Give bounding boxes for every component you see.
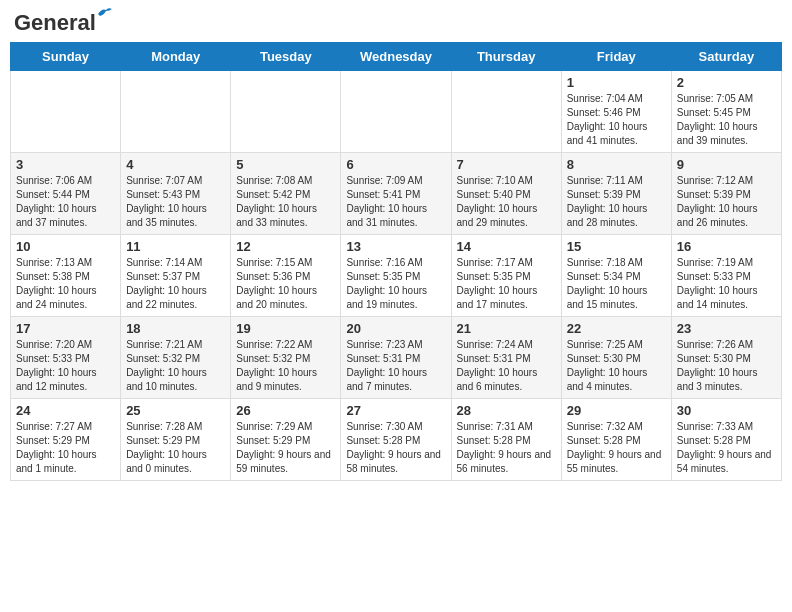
day-info: Sunrise: 7:15 AM Sunset: 5:36 PM Dayligh… <box>236 256 335 312</box>
day-header-wednesday: Wednesday <box>341 43 451 71</box>
day-info: Sunrise: 7:07 AM Sunset: 5:43 PM Dayligh… <box>126 174 225 230</box>
day-header-monday: Monday <box>121 43 231 71</box>
calendar-day-11: 11Sunrise: 7:14 AM Sunset: 5:37 PM Dayli… <box>121 235 231 317</box>
calendar-day-24: 24Sunrise: 7:27 AM Sunset: 5:29 PM Dayli… <box>11 399 121 481</box>
day-number: 13 <box>346 239 445 254</box>
day-number: 28 <box>457 403 556 418</box>
day-number: 6 <box>346 157 445 172</box>
day-info: Sunrise: 7:31 AM Sunset: 5:28 PM Dayligh… <box>457 420 556 476</box>
day-number: 5 <box>236 157 335 172</box>
day-info: Sunrise: 7:33 AM Sunset: 5:28 PM Dayligh… <box>677 420 776 476</box>
day-info: Sunrise: 7:04 AM Sunset: 5:46 PM Dayligh… <box>567 92 666 148</box>
calendar-week-row: 17Sunrise: 7:20 AM Sunset: 5:33 PM Dayli… <box>11 317 782 399</box>
day-number: 24 <box>16 403 115 418</box>
calendar-week-row: 1Sunrise: 7:04 AM Sunset: 5:46 PM Daylig… <box>11 71 782 153</box>
calendar-week-row: 3Sunrise: 7:06 AM Sunset: 5:44 PM Daylig… <box>11 153 782 235</box>
page-header: General <box>10 10 782 34</box>
calendar-day-20: 20Sunrise: 7:23 AM Sunset: 5:31 PM Dayli… <box>341 317 451 399</box>
calendar-day-4: 4Sunrise: 7:07 AM Sunset: 5:43 PM Daylig… <box>121 153 231 235</box>
day-number: 16 <box>677 239 776 254</box>
day-number: 2 <box>677 75 776 90</box>
day-info: Sunrise: 7:29 AM Sunset: 5:29 PM Dayligh… <box>236 420 335 476</box>
calendar-empty-cell <box>11 71 121 153</box>
day-header-sunday: Sunday <box>11 43 121 71</box>
day-number: 26 <box>236 403 335 418</box>
logo-general: General <box>14 10 96 35</box>
calendar-day-19: 19Sunrise: 7:22 AM Sunset: 5:32 PM Dayli… <box>231 317 341 399</box>
day-info: Sunrise: 7:16 AM Sunset: 5:35 PM Dayligh… <box>346 256 445 312</box>
day-info: Sunrise: 7:17 AM Sunset: 5:35 PM Dayligh… <box>457 256 556 312</box>
day-header-thursday: Thursday <box>451 43 561 71</box>
calendar-day-21: 21Sunrise: 7:24 AM Sunset: 5:31 PM Dayli… <box>451 317 561 399</box>
day-number: 27 <box>346 403 445 418</box>
calendar-day-22: 22Sunrise: 7:25 AM Sunset: 5:30 PM Dayli… <box>561 317 671 399</box>
day-number: 30 <box>677 403 776 418</box>
calendar-day-29: 29Sunrise: 7:32 AM Sunset: 5:28 PM Dayli… <box>561 399 671 481</box>
calendar-day-1: 1Sunrise: 7:04 AM Sunset: 5:46 PM Daylig… <box>561 71 671 153</box>
day-number: 15 <box>567 239 666 254</box>
calendar-day-8: 8Sunrise: 7:11 AM Sunset: 5:39 PM Daylig… <box>561 153 671 235</box>
calendar-day-28: 28Sunrise: 7:31 AM Sunset: 5:28 PM Dayli… <box>451 399 561 481</box>
calendar-day-13: 13Sunrise: 7:16 AM Sunset: 5:35 PM Dayli… <box>341 235 451 317</box>
day-info: Sunrise: 7:30 AM Sunset: 5:28 PM Dayligh… <box>346 420 445 476</box>
day-info: Sunrise: 7:27 AM Sunset: 5:29 PM Dayligh… <box>16 420 115 476</box>
calendar-day-6: 6Sunrise: 7:09 AM Sunset: 5:41 PM Daylig… <box>341 153 451 235</box>
calendar-day-3: 3Sunrise: 7:06 AM Sunset: 5:44 PM Daylig… <box>11 153 121 235</box>
day-header-friday: Friday <box>561 43 671 71</box>
calendar-empty-cell <box>231 71 341 153</box>
day-info: Sunrise: 7:13 AM Sunset: 5:38 PM Dayligh… <box>16 256 115 312</box>
day-info: Sunrise: 7:10 AM Sunset: 5:40 PM Dayligh… <box>457 174 556 230</box>
day-number: 10 <box>16 239 115 254</box>
day-info: Sunrise: 7:28 AM Sunset: 5:29 PM Dayligh… <box>126 420 225 476</box>
day-info: Sunrise: 7:09 AM Sunset: 5:41 PM Dayligh… <box>346 174 445 230</box>
day-number: 8 <box>567 157 666 172</box>
day-number: 7 <box>457 157 556 172</box>
day-info: Sunrise: 7:18 AM Sunset: 5:34 PM Dayligh… <box>567 256 666 312</box>
logo: General <box>14 10 96 34</box>
calendar-day-18: 18Sunrise: 7:21 AM Sunset: 5:32 PM Dayli… <box>121 317 231 399</box>
day-number: 4 <box>126 157 225 172</box>
day-number: 3 <box>16 157 115 172</box>
calendar-empty-cell <box>341 71 451 153</box>
calendar-week-row: 10Sunrise: 7:13 AM Sunset: 5:38 PM Dayli… <box>11 235 782 317</box>
day-info: Sunrise: 7:24 AM Sunset: 5:31 PM Dayligh… <box>457 338 556 394</box>
calendar-day-12: 12Sunrise: 7:15 AM Sunset: 5:36 PM Dayli… <box>231 235 341 317</box>
calendar-day-5: 5Sunrise: 7:08 AM Sunset: 5:42 PM Daylig… <box>231 153 341 235</box>
calendar-day-16: 16Sunrise: 7:19 AM Sunset: 5:33 PM Dayli… <box>671 235 781 317</box>
day-number: 1 <box>567 75 666 90</box>
day-number: 23 <box>677 321 776 336</box>
day-number: 18 <box>126 321 225 336</box>
calendar-day-2: 2Sunrise: 7:05 AM Sunset: 5:45 PM Daylig… <box>671 71 781 153</box>
day-info: Sunrise: 7:26 AM Sunset: 5:30 PM Dayligh… <box>677 338 776 394</box>
day-number: 21 <box>457 321 556 336</box>
calendar-day-17: 17Sunrise: 7:20 AM Sunset: 5:33 PM Dayli… <box>11 317 121 399</box>
day-number: 9 <box>677 157 776 172</box>
day-number: 20 <box>346 321 445 336</box>
calendar-day-30: 30Sunrise: 7:33 AM Sunset: 5:28 PM Dayli… <box>671 399 781 481</box>
day-info: Sunrise: 7:20 AM Sunset: 5:33 PM Dayligh… <box>16 338 115 394</box>
calendar-day-10: 10Sunrise: 7:13 AM Sunset: 5:38 PM Dayli… <box>11 235 121 317</box>
day-info: Sunrise: 7:14 AM Sunset: 5:37 PM Dayligh… <box>126 256 225 312</box>
calendar-day-25: 25Sunrise: 7:28 AM Sunset: 5:29 PM Dayli… <box>121 399 231 481</box>
day-info: Sunrise: 7:23 AM Sunset: 5:31 PM Dayligh… <box>346 338 445 394</box>
day-info: Sunrise: 7:12 AM Sunset: 5:39 PM Dayligh… <box>677 174 776 230</box>
day-info: Sunrise: 7:21 AM Sunset: 5:32 PM Dayligh… <box>126 338 225 394</box>
calendar-day-15: 15Sunrise: 7:18 AM Sunset: 5:34 PM Dayli… <box>561 235 671 317</box>
day-info: Sunrise: 7:22 AM Sunset: 5:32 PM Dayligh… <box>236 338 335 394</box>
day-info: Sunrise: 7:08 AM Sunset: 5:42 PM Dayligh… <box>236 174 335 230</box>
day-info: Sunrise: 7:11 AM Sunset: 5:39 PM Dayligh… <box>567 174 666 230</box>
day-number: 17 <box>16 321 115 336</box>
day-number: 25 <box>126 403 225 418</box>
day-info: Sunrise: 7:19 AM Sunset: 5:33 PM Dayligh… <box>677 256 776 312</box>
calendar-day-23: 23Sunrise: 7:26 AM Sunset: 5:30 PM Dayli… <box>671 317 781 399</box>
calendar-table: SundayMondayTuesdayWednesdayThursdayFrid… <box>10 42 782 481</box>
calendar-day-27: 27Sunrise: 7:30 AM Sunset: 5:28 PM Dayli… <box>341 399 451 481</box>
calendar-day-7: 7Sunrise: 7:10 AM Sunset: 5:40 PM Daylig… <box>451 153 561 235</box>
calendar-empty-cell <box>451 71 561 153</box>
calendar-day-9: 9Sunrise: 7:12 AM Sunset: 5:39 PM Daylig… <box>671 153 781 235</box>
calendar-empty-cell <box>121 71 231 153</box>
day-info: Sunrise: 7:32 AM Sunset: 5:28 PM Dayligh… <box>567 420 666 476</box>
day-number: 14 <box>457 239 556 254</box>
day-header-saturday: Saturday <box>671 43 781 71</box>
day-number: 22 <box>567 321 666 336</box>
